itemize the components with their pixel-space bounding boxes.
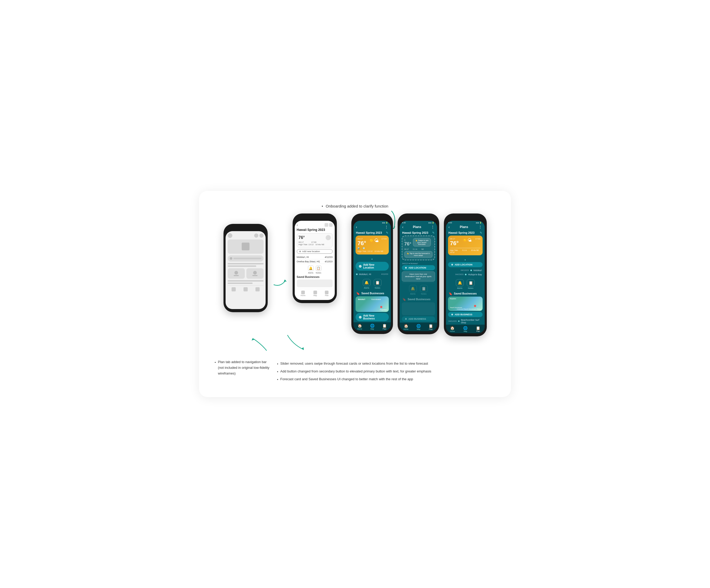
phones-wrapper: ‹ Hawaii Spring 2023 76° 06:17 17:00 [215, 214, 495, 336]
lofi-location-item-2[interactable]: Oneloa Bay (Maui, HI) 4/13/23 [297, 260, 333, 264]
wf-map-icon[interactable] [243, 287, 248, 291]
wf-add-location-bar[interactable] [228, 255, 263, 262]
phone3-location-item-1[interactable]: Moloka'i, HI 4/12/23 [356, 272, 388, 276]
phone3-nav-home[interactable]: 🏠 Home [357, 324, 362, 330]
svg-marker-2 [252, 338, 254, 341]
wf-line-1 [228, 263, 263, 264]
wf-alerts-label [234, 275, 239, 276]
wf-hero-inner [242, 243, 250, 250]
phone5-menu-icon[interactable]: ⋮ [478, 225, 482, 229]
lofi-nav-home[interactable]: Home [301, 291, 306, 296]
right-dot-3: • [277, 377, 278, 383]
phone4-add-location-btn[interactable]: ⊕ ADD LOCATION [402, 265, 435, 270]
phone5-notch [457, 217, 473, 220]
phone5-loc-item-2[interactable]: 04/15/23 Hulopo'e Bay [449, 272, 482, 277]
top-annotation-text: Onboarding added to clarify function [326, 204, 388, 208]
lofi-notes-action[interactable]: 📋 Notes [316, 265, 322, 274]
wf-notes-label [252, 275, 258, 276]
arrow-onboarding-bottom [282, 334, 313, 352]
phone3-edit-icon[interactable]: ✎ [386, 231, 388, 235]
phone5-rain: 0.1 in [462, 249, 467, 251]
lofi-add-location-bar[interactable]: ⊕ Add new location [297, 249, 333, 254]
phone5-weather-icons: ☀️🌤 [462, 238, 472, 243]
phone3-add-business-btn[interactable]: ⊕ Add New Business [356, 313, 389, 321]
lofi-nav-map[interactable]: Map [313, 291, 317, 296]
phone5-back-icon[interactable]: ‹ [449, 225, 450, 229]
phone4-nav-map[interactable]: 🌐 Map [416, 324, 421, 330]
phone3-nav-plan[interactable]: 📋 Plan [382, 324, 387, 330]
phone3-back-icon[interactable]: ‹ [356, 225, 357, 229]
lofi-back-icon[interactable]: ‹ [297, 223, 298, 227]
lofi-nav-plan[interactable]: Plan [325, 291, 329, 296]
phone5-business-item[interactable]: 04/12/23 Beachcomber Surf Shop [446, 318, 485, 325]
phone5-plan-label: Plan [476, 330, 480, 332]
phone5-nav-plan[interactable]: 📋 Plan [476, 326, 480, 332]
lofi-nav: Home Map Plan [297, 289, 333, 298]
phone5-biz-date: 04/12/23 [449, 320, 457, 322]
phone4-nav-plan[interactable]: 📋 Plan [429, 324, 433, 330]
phone5-biz-dot [458, 320, 459, 322]
phone5-high-tide-time: 13:12 [450, 251, 458, 253]
phone4-statusbar: 8:30 ●●● 🔋 [400, 221, 437, 224]
phone5-edit-icon[interactable]: ✎ [480, 231, 482, 235]
phone5-map-preview: Kapalua Ironwood Ranch Horseback Riding … [448, 297, 482, 311]
phone5-nav-map[interactable]: 🌐 Map [463, 326, 468, 332]
phone5-alerts-action[interactable]: 🔔 Alerts [456, 279, 464, 289]
phone5-loc-item-1[interactable]: 04/12/23 Moloka'i [449, 268, 482, 272]
lofi-question-icon[interactable] [325, 223, 328, 227]
wf-notes-box[interactable] [246, 268, 263, 279]
phone4-bubble1-text: Swipe to see your saved forecasts [417, 240, 429, 245]
phone5-alerts-label: Alerts [457, 287, 462, 289]
phone4-edit-icon[interactable]: ✎ [432, 231, 434, 235]
phone4-alerts-label: Alerts [410, 293, 415, 295]
main-container: • Onboarding added to clarify function [199, 191, 511, 397]
wf-plan-icon[interactable] [256, 287, 260, 291]
lofi-weather-top: 76° [299, 235, 331, 240]
lofi-map-icon [313, 291, 317, 294]
phone4-back-icon[interactable]: ‹ [402, 225, 404, 229]
phone5-temp: 76° [450, 240, 459, 247]
phone5-notes-action[interactable]: 📋 Notes [467, 279, 475, 289]
phone4-msg-text: Have more than one destination? Add all … [405, 273, 432, 280]
phone5-nav-home[interactable]: 🏠 Home [450, 326, 455, 332]
phone4-nav-home[interactable]: 🏠 Home [404, 324, 408, 330]
right-annotation-3: Forecast card and Saved Businesses UI ch… [280, 376, 413, 382]
phone3-add-location-btn[interactable]: ⊕ Add New Location [356, 262, 389, 271]
phone5-weather-top: 06:17 76° ☀️🌤 17:03 [450, 238, 480, 247]
phone3-add-plus-icon: ⊕ [359, 264, 362, 268]
phone5-actions-row: 🔔 Alerts 📋 Notes [446, 278, 485, 291]
phone2-lofi: ‹ Hawaii Spring 2023 76° 06:17 17:00 [293, 214, 337, 303]
phone5-time: 8:30 [449, 222, 452, 224]
lofi-location-item-1[interactable]: Moloka'i, HI 4/12/23 [297, 255, 333, 260]
lofi-alerts-action[interactable]: 🔔 Alerts [308, 265, 314, 274]
right-bullet-1: • Slider removed; users swipe through fo… [277, 361, 495, 367]
lofi-temp: 76° [299, 235, 305, 240]
phone5-saved-header: 🔖 Saved Businesses [446, 291, 485, 297]
phone5-add-business-btn[interactable]: ⊕ ADD BUSINESS [448, 312, 482, 317]
phone3-nav-map[interactable]: 🌐 Map [370, 324, 375, 330]
phone5-loc-date-2: 04/15/23 [455, 273, 464, 275]
phone3-notes-action[interactable]: 📋 Notes [374, 279, 381, 289]
phone5-add-location-btn[interactable]: ⊕ ADD LOCATION [448, 262, 482, 267]
wf-actions [228, 268, 263, 279]
lofi-icons-right [325, 223, 333, 227]
phone3-saved-header: 🔖 Saved Businesses [353, 291, 391, 296]
right-dot-2: • [277, 369, 278, 375]
phone5-map-pin [474, 305, 476, 307]
phone5-plan-title-row: Hawaii Spring 2023 ✎ [446, 230, 485, 236]
phone4-menu-icon[interactable]: ⋮ [431, 225, 434, 229]
phone1-notch [238, 227, 253, 230]
lofi-settings-icon[interactable] [329, 223, 333, 227]
wf-alerts-box[interactable] [228, 268, 245, 279]
phone5-bookmark-icon: 🔖 [449, 292, 452, 296]
phone3-menu-icon[interactable]: ⋮ [385, 225, 388, 229]
phone3-alerts-action[interactable]: 🔔 Alerts [363, 279, 371, 289]
lofi-weather-detail: 06:17 17:00 High Tide: 13:12 10 kts NE [299, 241, 331, 246]
wf-icon-2 [259, 234, 263, 238]
wf-home-icon[interactable] [232, 287, 236, 291]
phone5-notes-icon: 📋 [467, 279, 475, 287]
phone4-divider [402, 283, 434, 283]
wf-line-4 [228, 283, 253, 284]
phone3-map-preview: Moloka'i Kaunakakai Kapalua [356, 296, 389, 312]
lofi-home-label: Home [301, 295, 306, 296]
